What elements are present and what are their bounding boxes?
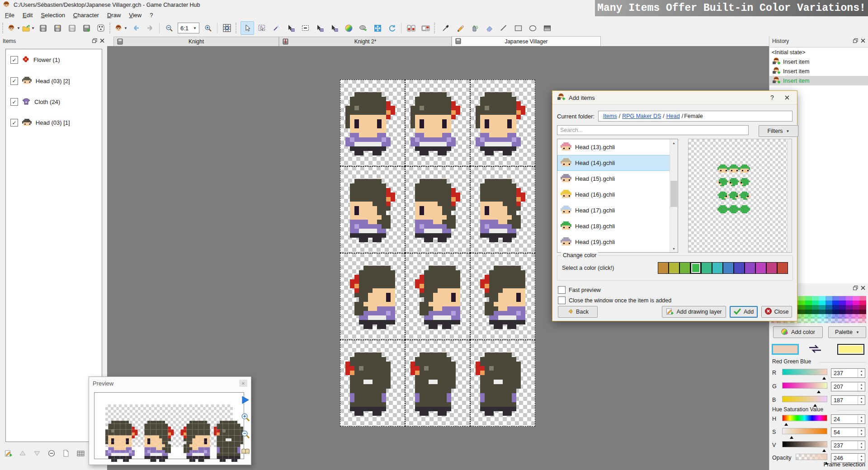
random-character-button[interactable] [94,21,108,35]
variation-swatch[interactable] [766,262,777,274]
sprite-cell[interactable] [470,340,535,427]
gradient-tool-button[interactable] [540,21,554,35]
spectrum-swatch[interactable] [853,296,859,301]
palette-dropdown[interactable]: Palette ▼ [828,326,866,338]
preview-zoom-out-button[interactable] [241,429,250,439]
spectrum-swatch[interactable] [826,296,832,301]
spectrum-swatch[interactable] [819,314,826,319]
spectrum-swatch[interactable] [859,314,866,319]
spectrum-swatch[interactable] [859,310,866,314]
frame-right-tool-button[interactable] [327,21,341,35]
r-spinbox[interactable]: 237▲▼ [831,368,865,378]
menu-draw[interactable]: Draw [103,11,125,19]
secondary-color-swatch[interactable] [837,344,864,355]
duplicate-item-button[interactable] [61,448,71,458]
spectrum-swatch[interactable] [846,301,853,305]
file-list-item[interactable]: Head (17).gchli [557,202,678,218]
close-panel-icon[interactable] [861,285,865,291]
spectrum-swatch[interactable] [846,296,853,301]
spectrum-swatch[interactable] [853,310,859,314]
spectrum-swatch[interactable] [798,301,805,305]
zoom-combobox[interactable]: 6:1▼ [178,23,199,33]
h-slider[interactable] [782,415,827,421]
spin-up-icon[interactable]: ▲ [858,396,865,400]
rotate-button[interactable] [385,21,399,35]
rectangle-tool-button[interactable] [511,21,525,35]
new-character-button[interactable]: ▼ [7,21,21,35]
history-entry[interactable]: <Initial state> [769,47,868,57]
v-spinbox[interactable]: 237▲▼ [831,441,865,450]
sprite-cell[interactable] [405,340,470,427]
spectrum-swatch[interactable] [846,314,853,319]
save-as-button[interactable] [51,21,64,35]
history-entry[interactable]: Insert item [769,66,868,76]
spectrum-swatch[interactable] [812,301,819,305]
spectrum-swatch[interactable] [798,310,805,314]
slider-thumb[interactable] [817,389,821,393]
spectrum-swatch[interactable] [839,314,846,319]
spectrum-swatch[interactable] [853,305,859,310]
spectrum-swatch[interactable] [839,301,846,305]
item-row[interactable]: ✓Cloth (24) [6,92,102,113]
slider-thumb[interactable] [813,402,817,407]
spectrum-swatch[interactable] [846,319,853,323]
history-entry[interactable]: Insert item [769,57,868,66]
spectrum-swatch[interactable] [819,319,826,323]
translate-button[interactable] [371,21,384,35]
redo-button[interactable] [143,21,157,35]
history-entry[interactable]: Insert item [769,76,868,85]
spectrum-swatch[interactable] [819,305,826,310]
h-spinbox[interactable]: 24▲▼ [831,414,865,424]
spectrum-swatch[interactable] [812,319,819,323]
r-slider[interactable] [782,369,827,375]
g-slider[interactable] [782,382,827,389]
spectrum-swatch[interactable] [859,296,866,301]
spectrum-swatch[interactable] [805,319,812,323]
breadcrumb-rpg-maker-ds[interactable]: RPG Maker DS [622,113,661,119]
spectrum-swatch[interactable] [832,305,839,310]
slider-thumb[interactable] [822,375,826,380]
spin-down-icon[interactable]: ▼ [858,432,865,437]
variation-swatch[interactable] [723,262,734,274]
subtract-selection-button[interactable] [298,21,312,35]
sprite-cell[interactable] [405,80,470,166]
b-spinbox[interactable]: 187▲▼ [831,395,865,405]
spectrum-swatch[interactable] [805,310,812,314]
spectrum-swatch[interactable] [819,301,826,305]
tab-knight[interactable]: Knight [113,37,279,46]
spectrum-swatch[interactable] [798,319,805,323]
spectrum-swatch[interactable] [819,310,826,314]
menu-edit[interactable]: Edit [19,11,37,19]
b-slider[interactable] [782,396,827,402]
save-button[interactable] [36,21,50,35]
zoom-in-button[interactable] [201,21,215,35]
s-slider[interactable] [782,428,827,434]
variation-swatch[interactable] [690,262,701,274]
opacity-slider[interactable] [796,454,827,460]
sprite-cell[interactable] [405,253,470,340]
spectrum-swatch[interactable] [819,296,826,301]
rect-select-tool-button[interactable] [255,21,269,35]
color-wheel-button[interactable] [342,21,355,35]
spectrum-swatch[interactable] [839,310,846,314]
variation-swatch[interactable] [669,262,679,274]
spectrum-swatch[interactable] [853,319,859,323]
close-panel-icon[interactable] [861,38,865,44]
move-item-up-button[interactable] [17,448,28,458]
sprite-cell[interactable] [470,80,535,166]
file-list-item[interactable]: Head (16).gchli [557,187,678,202]
spectrum-swatch[interactable] [832,310,839,314]
s-spinbox[interactable]: 54▲▼ [831,428,865,437]
primary-color-swatch[interactable] [772,344,799,355]
grid-toggle-button[interactable] [220,21,234,35]
spin-down-icon[interactable]: ▼ [858,400,865,405]
float-panel-icon[interactable] [853,285,858,291]
variation-swatch[interactable] [679,262,690,274]
eraser-tool-button[interactable] [482,21,496,35]
g-spinbox[interactable]: 207▲▼ [831,382,865,391]
spectrum-swatch[interactable] [805,305,812,310]
dialog-title-bar[interactable]: Add items ? [552,91,797,105]
breadcrumb-items[interactable]: Items [603,113,617,119]
preview-zoom-in-button[interactable] [241,412,250,422]
spin-up-icon[interactable]: ▲ [858,454,865,458]
